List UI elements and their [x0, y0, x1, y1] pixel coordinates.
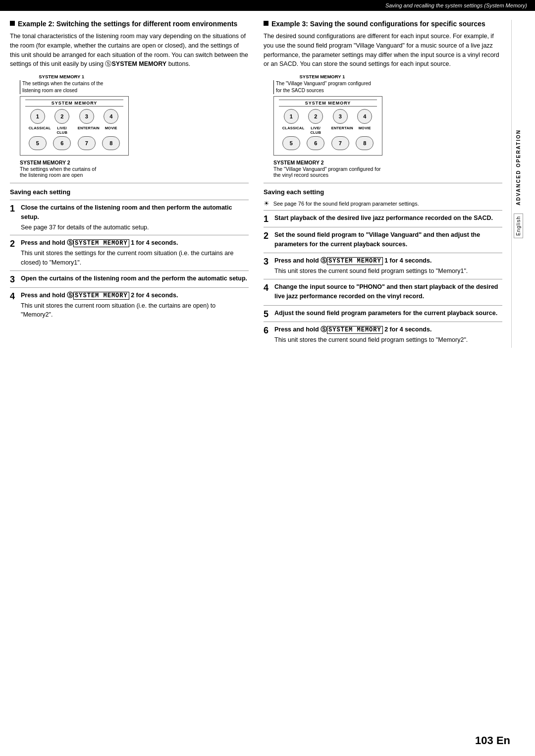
btn-7[interactable]: 7: [78, 136, 96, 150]
right-step-2: 2 Set the sound field program to "Villag…: [264, 227, 502, 253]
right-saving-title: Saving each setting: [264, 188, 502, 196]
btn-2[interactable]: 2: [54, 109, 69, 124]
left-step-1: 1 Close the curtains of the listening ro…: [10, 200, 249, 235]
system-memory-box-1: SYSTEM MEMORY 1 2 3 4 CLASSICAL LIVE/ CL…: [20, 96, 129, 156]
right-step-4: 4 Change the input source to "PHONO" and…: [264, 279, 502, 305]
btn-r1[interactable]: 1: [284, 109, 299, 124]
sm-label-2: SYSTEM MEMORY: [279, 100, 377, 107]
btn-r8[interactable]: 8: [356, 136, 374, 150]
buttons-row2-top: 1 2 3 4: [279, 109, 377, 124]
btn-r3[interactable]: 3: [333, 109, 348, 124]
title-square-icon: [10, 21, 15, 26]
left-saving-title: Saving each setting: [10, 188, 249, 196]
divider-right-1: [264, 183, 502, 183]
btn-labels-1: CLASSICAL LIVE/ CLUB ENTERTAIN MOVIE: [25, 126, 123, 135]
right-step-3: 3 Press and hold ⓈSYSTEM MEMORY 1 for 4 …: [264, 253, 502, 279]
right-column: Example 3: Saving the sound configuratio…: [264, 20, 502, 348]
right-section-title: Example 3: Saving the sound configuratio…: [264, 20, 502, 28]
right-steps: 1 Start playback of the desired live jaz…: [264, 210, 502, 348]
left-step-3: 3 Open the curtains of the listening roo…: [10, 270, 249, 287]
system-memory-box-2: SYSTEM MEMORY 1 2 3 4 CLASSICAL LIVE/ CL…: [273, 96, 382, 156]
title-square-icon-right: [264, 21, 268, 26]
btn-5[interactable]: 5: [29, 136, 47, 150]
top-label-1: SYSTEM MEMORY 1 The settings when the cu…: [20, 74, 103, 94]
english-label: English: [514, 214, 523, 238]
btn-labels-2: CLASSICAL LIVE/ CLUB ENTERTAIN MOVIE: [279, 126, 377, 135]
buttons-row2-bottom: 5 6 7 8: [279, 136, 377, 150]
bottom-label-1: SYSTEM MEMORY 2 The settings when the cu…: [20, 160, 96, 178]
right-intro-text: The desired sound configurations are dif…: [264, 32, 502, 69]
btn-3[interactable]: 3: [79, 109, 94, 124]
top-label-2: SYSTEM MEMORY 1 The "Village Vanguard" p…: [273, 74, 371, 94]
top-bar: Saving and recalling the system settings…: [0, 0, 535, 11]
btn-8[interactable]: 8: [102, 136, 120, 150]
right-footnote: ☀ See page 76 for the sound field progra…: [264, 200, 502, 207]
buttons-row1-bottom: 5 6 7 8: [25, 136, 123, 150]
btn-1[interactable]: 1: [30, 109, 45, 124]
btn-r2[interactable]: 2: [308, 109, 323, 124]
right-step-1: 1 Start playback of the desired live jaz…: [264, 210, 502, 227]
btn-r7[interactable]: 7: [331, 136, 349, 150]
left-step-2: 2 Press and hold ⓈSYSTEM MEMORY 1 for 4 …: [10, 235, 249, 270]
right-step-5: 5 Adjust the sound field program paramet…: [264, 305, 502, 322]
divider-left-1: [10, 183, 249, 183]
diagram-2: SYSTEM MEMORY 1 The "Village Vanguard" p…: [273, 74, 502, 178]
sm-label-1: SYSTEM MEMORY: [25, 100, 123, 107]
advanced-operation-label: ADVANCED OPERATION: [516, 129, 521, 205]
page-number: 103 En: [475, 734, 510, 747]
system-memory-button-ref: ⓈSYSTEM MEMORY: [105, 60, 168, 67]
btn-r6[interactable]: 6: [307, 136, 324, 150]
left-section-title: Example 2: Switching the settings for di…: [10, 20, 249, 28]
top-bar-text: Saving and recalling the system settings…: [385, 2, 527, 8]
right-step-6: 6 Press and hold ⓈSYSTEM MEMORY 2 for 4 …: [264, 322, 502, 348]
btn-r4[interactable]: 4: [357, 109, 372, 124]
right-sidebar: ADVANCED OPERATION English: [511, 20, 525, 348]
btn-4[interactable]: 4: [104, 109, 118, 124]
left-steps: 1 Close the curtains of the listening ro…: [10, 200, 249, 323]
left-intro-text: The tonal characteristics of the listeni…: [10, 32, 249, 69]
diagram-1: SYSTEM MEMORY 1 The settings when the cu…: [20, 74, 249, 178]
left-step-4: 4 Press and hold ⓈSYSTEM MEMORY 2 for 4 …: [10, 287, 249, 323]
left-column: Example 2: Switching the settings for di…: [10, 20, 249, 348]
btn-r5[interactable]: 5: [282, 136, 300, 150]
bottom-label-2: SYSTEM MEMORY 2 The "Village Vanguard" p…: [273, 160, 381, 178]
btn-6[interactable]: 6: [53, 136, 71, 150]
buttons-row1-top: 1 2 3 4: [25, 109, 123, 124]
